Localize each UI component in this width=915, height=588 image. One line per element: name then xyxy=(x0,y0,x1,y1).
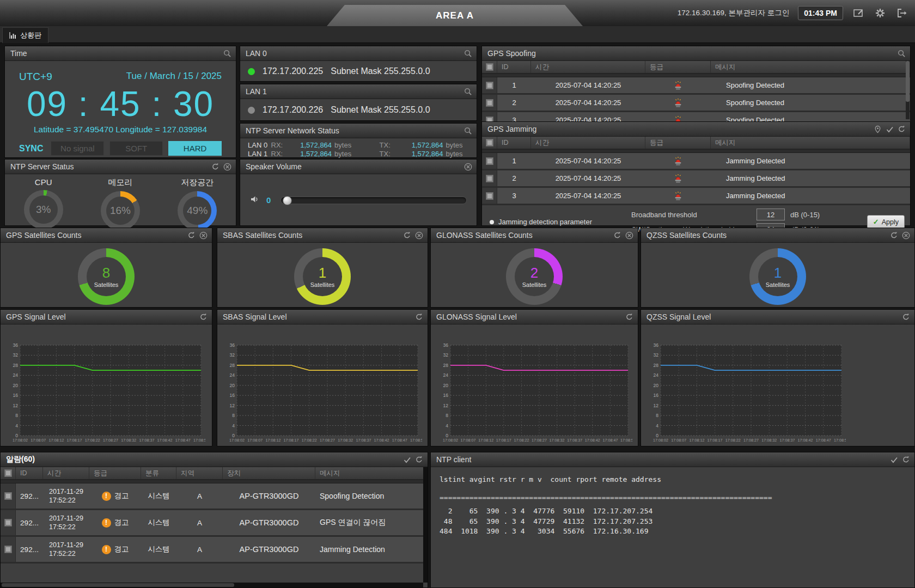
svg-text:17:08:17: 17:08:17 xyxy=(284,438,299,443)
apply-button[interactable]: ✓ Apply xyxy=(867,215,905,229)
sbas-signal-chart: 0481216202428323617:08:0217:08:0717:08:1… xyxy=(222,342,422,444)
settings-gear-icon[interactable] xyxy=(874,7,887,20)
speaker-panel: Speaker Volume 0 xyxy=(240,159,477,226)
refresh-icon[interactable] xyxy=(199,313,208,321)
select-all-checkbox[interactable] xyxy=(482,61,497,73)
row-checkbox[interactable] xyxy=(486,157,493,165)
warning-icon: ! xyxy=(102,545,111,554)
row-checkbox[interactable] xyxy=(486,192,493,200)
siren-icon xyxy=(645,191,711,201)
refresh-icon[interactable] xyxy=(613,231,621,240)
close-icon[interactable] xyxy=(625,231,633,240)
sync-hard-button[interactable]: HARD xyxy=(168,141,222,156)
refresh-icon[interactable] xyxy=(211,163,219,171)
col-category[interactable]: 분류 xyxy=(141,467,176,479)
refresh-icon[interactable] xyxy=(890,231,898,240)
col-time[interactable]: 시간 xyxy=(531,137,645,149)
area-tab[interactable]: AREA A xyxy=(327,5,583,26)
svg-text:16: 16 xyxy=(13,393,19,398)
refresh-icon[interactable] xyxy=(625,313,633,321)
search-icon[interactable] xyxy=(223,50,231,58)
sync-no-signal-button[interactable]: No signal xyxy=(51,141,104,156)
jamming-row[interactable]: 2 2025-07-04 14:20:25 Jamming Detected xyxy=(482,170,910,188)
spoofing-row[interactable]: 1 2025-07-04 14:20:25 Spoofing Detected xyxy=(482,77,910,95)
select-all-checkbox[interactable] xyxy=(482,137,497,149)
check-icon[interactable] xyxy=(890,456,898,464)
close-icon[interactable] xyxy=(464,163,472,171)
login-info: 172.16.30.169, 본부관리자 로그인 xyxy=(678,8,790,18)
col-device[interactable]: 장치 xyxy=(223,467,315,479)
qzss-sat-donut: 1Satellites xyxy=(749,248,806,305)
scrollbar-vertical[interactable] xyxy=(906,61,910,119)
sync-soft-button[interactable]: SOFT xyxy=(109,141,163,156)
location-pin-icon[interactable] xyxy=(874,125,882,133)
svg-text:17:08:22: 17:08:22 xyxy=(725,438,741,443)
col-id[interactable]: ID xyxy=(497,61,531,73)
close-icon[interactable] xyxy=(199,231,208,240)
col-message[interactable]: 메시지 xyxy=(711,137,910,149)
spoofing-row[interactable]: 2 2025-07-04 14:20:25 Spoofing Detected xyxy=(482,95,910,112)
row-checkbox[interactable] xyxy=(4,519,12,526)
search-icon[interactable] xyxy=(898,50,906,58)
check-icon[interactable] xyxy=(886,125,894,133)
logout-icon[interactable] xyxy=(895,7,908,20)
cpu-gauge: CPU 3% xyxy=(24,177,63,230)
refresh-icon[interactable] xyxy=(403,231,411,240)
check-icon[interactable] xyxy=(403,456,411,464)
alarm-row[interactable]: 292... 2017-11-2917:52:22 !경고 시스템 A AP-G… xyxy=(1,483,428,510)
col-message[interactable]: 메시지 xyxy=(711,61,910,73)
refresh-icon[interactable] xyxy=(415,456,423,464)
svg-text:8: 8 xyxy=(446,413,448,418)
jamming-row[interactable]: 1 2025-07-04 14:20:25 Jamming Detected xyxy=(482,153,910,170)
col-id[interactable]: ID xyxy=(16,467,43,479)
col-region[interactable]: 지역 xyxy=(176,467,223,479)
jamming-row[interactable]: 3 2025-07-04 14:20:25 Jamming Detected xyxy=(482,188,910,205)
close-icon[interactable] xyxy=(415,231,423,240)
lan1-title: LAN 1 xyxy=(246,87,464,96)
search-icon[interactable] xyxy=(464,50,472,58)
refresh-icon[interactable] xyxy=(187,231,196,240)
refresh-icon[interactable] xyxy=(902,456,910,464)
ntp-network-panel: NTP Server Network Status LAN 0 RX: 1,57… xyxy=(240,123,477,158)
row-checkbox[interactable] xyxy=(4,492,12,500)
alarm-row[interactable]: 292... 2017-11-2917:52:22 !경고 시스템 A AP-G… xyxy=(1,537,428,564)
volume-slider-knob[interactable] xyxy=(283,196,292,205)
col-time[interactable]: 시간 xyxy=(43,467,89,479)
select-all-checkbox[interactable] xyxy=(1,467,16,479)
row-checkbox[interactable] xyxy=(486,82,493,89)
refresh-icon[interactable] xyxy=(902,313,910,321)
svg-text:32: 32 xyxy=(443,352,449,358)
svg-text:17:08:37: 17:08:37 xyxy=(779,438,795,443)
edit-dashboard-icon[interactable] xyxy=(852,7,865,20)
scrollbar-vertical[interactable] xyxy=(423,467,428,583)
svg-text:17:08:17: 17:08:17 xyxy=(707,438,723,443)
svg-text:12: 12 xyxy=(443,403,449,408)
row-checkbox[interactable] xyxy=(4,546,12,553)
search-icon[interactable] xyxy=(464,127,472,135)
lan1-subnet: Subnet Mask 255.255.0.0 xyxy=(331,105,430,115)
row-checkbox[interactable] xyxy=(486,99,493,107)
close-icon[interactable] xyxy=(902,231,910,240)
svg-text:28: 28 xyxy=(654,363,659,368)
volume-slider[interactable] xyxy=(280,197,467,204)
col-message[interactable]: 메시지 xyxy=(315,467,428,479)
tab-dashboard[interactable]: 상황판 xyxy=(2,27,48,43)
refresh-icon[interactable] xyxy=(898,125,906,133)
svg-text:36: 36 xyxy=(13,342,19,348)
memory-gauge-label: 메모리 xyxy=(108,177,132,188)
refresh-icon[interactable] xyxy=(415,313,423,321)
col-grade[interactable]: 등급 xyxy=(645,61,711,73)
alarm-row[interactable]: 292... 2017-11-2917:52:22 !경고 시스템 A AP-G… xyxy=(1,510,428,537)
svg-text:17:08:32: 17:08:32 xyxy=(121,438,136,443)
col-grade[interactable]: 등급 xyxy=(89,467,141,479)
col-time[interactable]: 시간 xyxy=(531,61,645,73)
col-grade[interactable]: 등급 xyxy=(645,137,711,149)
qzss-sat-count-panel: QZSS Satellites Counts 1Satellites xyxy=(640,228,915,308)
broadband-threshold-input[interactable] xyxy=(757,209,785,220)
row-checkbox[interactable] xyxy=(486,175,493,182)
col-id[interactable]: ID xyxy=(497,137,531,149)
gps-sat-count-panel: GPS Satellites Counts 8Satellites xyxy=(0,228,212,308)
close-icon[interactable] xyxy=(223,163,231,171)
search-icon[interactable] xyxy=(464,88,472,96)
scrollbar-horizontal[interactable] xyxy=(1,583,423,587)
